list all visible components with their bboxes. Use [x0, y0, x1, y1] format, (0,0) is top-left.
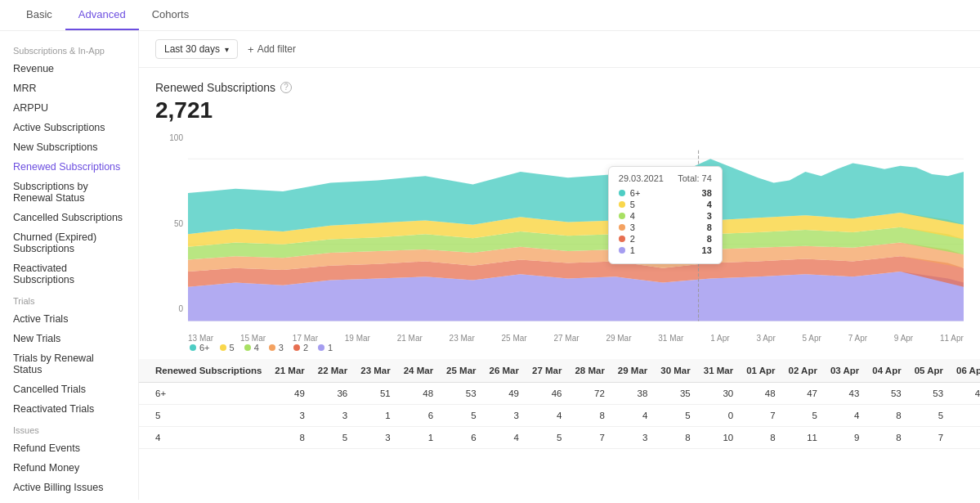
sidebar-item-refund-money[interactable]: Refund Money — [0, 458, 138, 478]
table-cell-4-01apr: 8 — [740, 427, 781, 449]
tooltip-header: 29.03.2021 Total: 74 — [619, 173, 712, 183]
table-cell-4-29mar: 3 — [611, 427, 654, 449]
tab-cohorts[interactable]: Cohorts — [139, 0, 203, 30]
sidebar-item-subs-renewal-status[interactable]: Subscriptions by Renewal Status — [0, 177, 138, 208]
chart-tooltip: 29.03.2021 Total: 74 6+ 38 — [608, 166, 723, 264]
legend-label-3: 3 — [279, 343, 284, 353]
table-header-05apr: 05 Apr — [908, 359, 950, 383]
sidebar-item-mrr[interactable]: MRR — [0, 79, 138, 98]
tooltip-dot-3 — [619, 224, 625, 231]
tooltip-label-1: 1 — [630, 245, 635, 255]
table-cell-5-06apr: 9 — [950, 405, 980, 427]
table-cell-6plus-01apr: 48 — [740, 383, 781, 405]
legend-item-6plus: 6+ — [190, 343, 210, 353]
table-cell-6plus-28mar: 72 — [568, 383, 611, 405]
sidebar-item-trials-renewal-status[interactable]: Trials by Renewal Status — [0, 348, 138, 379]
tooltip-row-1: 1 13 — [619, 245, 712, 255]
tooltip-dot-6plus — [619, 190, 625, 196]
legend-item-3: 3 — [269, 343, 284, 353]
sidebar-section-subscriptions: Subscriptions & In-App — [0, 39, 138, 59]
table-cell-4-27mar: 5 — [526, 427, 568, 449]
table-cell-4-28mar: 7 — [568, 427, 611, 449]
tooltip-value-5: 4 — [707, 200, 712, 209]
legend-item-2: 2 — [293, 343, 308, 353]
y-label-100: 100 — [169, 133, 183, 142]
sidebar-item-churned-subs[interactable]: Churned (Expired) Subscriptions — [0, 227, 138, 258]
table-section: Renewed Subscriptions 21 Mar 22 Mar 23 M… — [139, 359, 980, 465]
sidebar-item-reactivated-subs[interactable]: Reactivated Subscriptions — [0, 258, 138, 290]
tooltip-row-2: 2 8 — [619, 234, 712, 244]
tooltip-label-5: 5 — [630, 200, 635, 209]
table-cell-6plus-30mar: 35 — [654, 383, 696, 405]
sidebar-item-active-trials[interactable]: Active Trials — [0, 309, 138, 329]
legend-label-6plus: 6+ — [199, 343, 210, 353]
table-cell-6plus-24mar: 48 — [397, 383, 440, 405]
table-header-21mar: 21 Mar — [268, 359, 311, 383]
tab-advanced[interactable]: Advanced — [65, 0, 139, 30]
table-header-29mar: 29 Mar — [611, 359, 654, 383]
add-filter-label: Add filter — [257, 43, 296, 55]
table-cell-5-23mar: 1 — [354, 405, 396, 427]
data-table: Renewed Subscriptions 21 Mar 22 Mar 23 M… — [139, 359, 980, 449]
table-cell-6plus-05apr: 53 — [908, 383, 950, 405]
legend-dot-4 — [244, 344, 251, 351]
plus-icon: + — [248, 43, 254, 56]
legend-dot-6plus — [190, 344, 196, 351]
table-row-5: 5 3 3 1 6 5 3 4 8 4 5 0 7 5 4 — [139, 405, 980, 427]
sidebar-item-reactivated-trials[interactable]: Reactivated Trials — [0, 399, 138, 419]
top-tabs: Basic Advanced Cohorts — [0, 0, 980, 31]
sidebar-item-new-trials[interactable]: New Trials — [0, 329, 138, 348]
tooltip-total: Total: 74 — [678, 173, 712, 183]
sidebar-item-renewed-subs[interactable]: Renewed Subscriptions — [0, 157, 138, 177]
table-header-04apr: 04 Apr — [866, 359, 907, 383]
table-cell-5-04apr: 8 — [866, 405, 907, 427]
tooltip-dot-2 — [619, 236, 625, 242]
tooltip-label-6plus: 6+ — [630, 188, 641, 198]
table-cell-4-24mar: 1 — [397, 427, 440, 449]
table-cell-6plus-21mar: 49 — [268, 383, 311, 405]
table-cell-6plus-31mar: 30 — [697, 383, 740, 405]
tooltip-value-3: 8 — [707, 222, 712, 232]
period-filter-button[interactable]: Last 30 days ▾ — [155, 39, 238, 59]
table-row-4: 4 8 5 3 1 6 4 5 7 3 8 10 8 11 9 — [139, 427, 980, 449]
sidebar-item-new-subs[interactable]: New Subscriptions — [0, 137, 138, 157]
tooltip-value-4: 3 — [707, 211, 712, 221]
tooltip-row-3: 3 8 — [619, 222, 712, 232]
chevron-down-icon: ▾ — [225, 45, 229, 54]
chart-total-value: 2,721 — [155, 97, 964, 124]
tooltip-label-4: 4 — [630, 211, 635, 221]
table-cell-6plus-29mar: 38 — [611, 383, 654, 405]
sidebar-item-cancelled-trials[interactable]: Cancelled Trials — [0, 379, 138, 399]
tooltip-label-3: 3 — [630, 222, 635, 232]
table-cell-5-22mar: 3 — [311, 405, 354, 427]
table-cell-6plus-03apr: 43 — [824, 383, 866, 405]
info-icon[interactable]: ? — [280, 82, 292, 93]
table-cell-6plus-27mar: 46 — [526, 383, 568, 405]
x-label-5apr: 5 Apr — [803, 334, 821, 343]
sidebar-item-active-subs[interactable]: Active Subscriptions — [0, 118, 138, 137]
table-cell-4-03apr: 9 — [824, 427, 866, 449]
table-cell-6plus-06apr: 47 — [950, 383, 980, 405]
x-label-29mar: 29 Mar — [606, 334, 631, 343]
sidebar-item-arppu[interactable]: ARPPU — [0, 98, 138, 118]
tab-basic[interactable]: Basic — [13, 0, 65, 30]
table-cell-4-06apr: 0 — [950, 427, 980, 449]
sidebar-item-refund-events[interactable]: Refund Events — [0, 438, 138, 458]
table-cell-6plus-04apr: 53 — [866, 383, 907, 405]
add-filter-button[interactable]: + Add filter — [248, 43, 296, 56]
x-label-17mar: 17 Mar — [293, 334, 318, 343]
table-cell-5-03apr: 4 — [824, 405, 866, 427]
table-cell-4-21mar: 8 — [268, 427, 311, 449]
table-header-22mar: 22 Mar — [311, 359, 354, 383]
legend-dot-5 — [220, 344, 226, 351]
legend-dot-2 — [293, 344, 300, 351]
tooltip-row-5: 5 4 — [619, 200, 712, 209]
table-cell-4-30mar: 8 — [654, 427, 696, 449]
sidebar-item-revenue[interactable]: Revenue — [0, 59, 138, 79]
sidebar-item-cancelled-subs[interactable]: Cancelled Subscriptions — [0, 208, 138, 227]
filter-bar: Last 30 days ▾ + Add filter — [139, 31, 980, 68]
table-header-26mar: 26 Mar — [483, 359, 526, 383]
sidebar-item-active-billing[interactable]: Active Billing Issues — [0, 478, 138, 497]
table-cell-5-24mar: 6 — [397, 405, 440, 427]
table-cell-label-6plus: 6+ — [139, 383, 268, 405]
